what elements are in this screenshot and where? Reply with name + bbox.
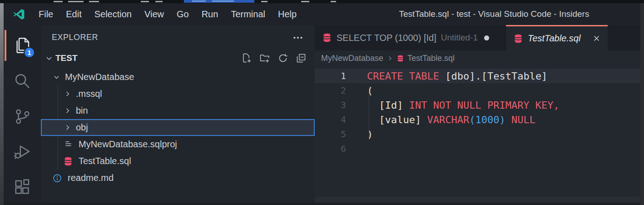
tree-item-label: obj [76,122,88,133]
indent-guide [369,86,369,140]
menu-go[interactable]: Go [170,7,195,22]
explorer-section-header[interactable]: TEST [41,50,315,66]
line-number: 4 [315,114,367,125]
refresh-explorer-button[interactable] [277,53,288,64]
breadcrumb-folder[interactable]: MyNewDatabase [321,54,383,63]
chevron-right-icon [63,123,73,132]
breadcrumb: MyNewDatabase TestTable.sql [315,50,640,66]
window-artifact [68,1,84,2]
code-line-1-current: 1 CREATE TABLE [dbo].[TestTable] [315,69,640,83]
window-artifact-highlight [184,0,254,3]
code-line-5: 5 ) [315,127,640,141]
tree-item-label: bin [76,105,88,116]
extensions-icon [13,178,31,196]
explorer-header: EXPLORER [41,25,315,50]
window-frame-edge [0,3,4,205]
tree-item-mynewdatabase-folder[interactable]: MyNewDatabase [41,69,315,85]
code-line-6: 6 [315,141,640,156]
line-number: 3 [315,100,367,110]
menu-view[interactable]: View [138,7,170,22]
collapse-folders-button[interactable] [296,53,307,64]
editor-code-area[interactable]: 1 CREATE TABLE [dbo].[TestTable] 2 ( 3 [… [315,66,640,205]
vscode-window: File Edit Selection View Go Run Terminal… [4,3,640,205]
window-artifact [261,1,268,2]
code-line-4: 4 [value] VARCHAR(1000) NULL [315,112,640,127]
chevron-right-icon [63,90,73,98]
window-bottom-edge [4,203,640,205]
window-artifact [54,1,63,2]
new-folder-button[interactable] [259,53,270,64]
database-icon [322,33,332,43]
views-more-actions-button[interactable] [292,32,304,44]
tab-untitled-query[interactable]: SELECT TOP (1000) [Id] Untitled-1 [315,25,506,50]
workbench: 1 [4,25,640,205]
window-frame-edge [640,3,644,205]
tree-item-bin-folder[interactable]: bin [41,102,315,119]
menu-selection[interactable]: Selection [88,7,138,22]
explorer-actions [241,53,307,64]
new-file-button[interactable] [241,53,252,64]
tree-item-obj-folder-selected[interactable]: obj [41,119,315,136]
code-line-2: 2 ( [315,83,640,98]
database-icon [513,34,523,44]
horizontal-scrollbar[interactable] [315,197,640,203]
tree-item-testtable-sql-file[interactable]: TestTable.sql [41,153,315,170]
tab-description: Untitled-1 [441,33,478,43]
activity-source-control[interactable] [4,99,41,134]
tab-testtable-sql-active[interactable]: TestTable.sql [506,25,608,50]
run-and-debug-icon [13,143,31,161]
tree-item-label: MyNewDatabase.sqlproj [79,139,177,150]
explorer-sidebar: EXPLORER TEST [41,25,315,205]
sqlproj-file-icon [63,140,73,149]
activity-run-debug[interactable] [4,134,41,170]
tree-item-label: TestTable.sql [79,156,131,166]
close-tab-button[interactable] [593,35,600,42]
editor-tab-bar: SELECT TOP (1000) [Id] Untitled-1 TestTa… [315,25,640,50]
vscode-window-screenshot: File Edit Selection View Go Run Terminal… [0,0,644,205]
new-file-icon [241,53,252,64]
tree-item-mssql-folder[interactable]: .mssql [41,85,315,102]
title-bar: File Edit Selection View Go Run Terminal… [4,3,640,25]
tree-item-label: readme.md [68,173,114,183]
menu-file[interactable]: File [32,7,59,22]
explorer-title: EXPLORER [52,33,98,42]
menu-edit[interactable]: Edit [59,7,88,22]
chevron-right-icon [63,106,73,115]
menu-help[interactable]: Help [272,7,303,22]
database-icon [396,55,404,62]
workspace-folder-name: TEST [55,53,241,63]
line-number: 2 [315,85,367,96]
file-tree: MyNewDatabase .mssql bin [41,69,315,186]
new-folder-icon [259,53,270,64]
tab-title: TestTable.sql [528,33,580,44]
tree-item-readme-md-file[interactable]: readme.md [41,170,315,186]
search-icon [13,72,31,90]
editor-group: SELECT TOP (1000) [Id] Untitled-1 TestTa… [315,25,640,205]
activity-extensions[interactable] [4,170,41,205]
tab-title: SELECT TOP (1000) [Id] [337,33,436,43]
tree-item-sqlproj-file[interactable]: MyNewDatabase.sqlproj [41,136,315,153]
source-control-branch-icon [13,107,31,125]
ellipsis-icon [292,32,304,44]
line-number: 1 [315,70,367,81]
window-title: TestTable.sql - test - Visual Studio Cod… [335,9,640,19]
breadcrumb-file[interactable]: TestTable.sql [407,54,455,63]
activity-search[interactable] [4,63,41,99]
code-line-3: 3 [Id] INT NOT NULL PRIMARY KEY, [315,98,640,112]
tree-item-label: MyNewDatabase [65,72,134,82]
info-icon [52,173,62,183]
activity-explorer[interactable]: 1 [4,28,41,63]
menu-run[interactable]: Run [195,7,225,22]
line-number: 5 [315,129,367,140]
tree-item-label: .mssql [76,89,102,99]
chevron-down-icon [45,54,54,63]
modified-dot-icon[interactable] [484,35,489,40]
chevron-down-icon [52,73,62,81]
line-number: 6 [315,143,367,154]
close-icon [593,35,600,42]
refresh-icon [277,53,288,64]
menu-terminal[interactable]: Terminal [224,7,272,22]
window-artifact [141,1,149,2]
menu-bar: File Edit Selection View Go Run Terminal… [32,7,303,22]
window-artifact [301,1,309,2]
